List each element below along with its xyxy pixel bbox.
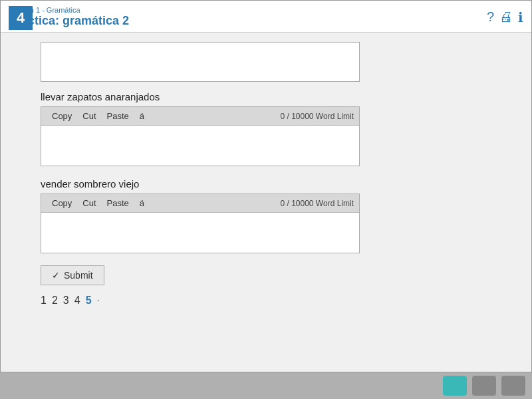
editor1-area[interactable] [41,126,359,166]
header-icons: ? 🖨 ℹ [487,9,523,25]
page-4[interactable]: 4 [74,295,80,307]
page-3[interactable]: 3 [63,295,69,307]
cut1-button[interactable]: Cut [77,110,101,122]
scroll-content[interactable]: llevar zapatos anaranjados Copy Cut Past… [1,33,531,364]
print-icon[interactable]: 🖨 [499,9,513,25]
editor2-toolbar: Copy Cut Paste á 0 / 10000 Word Limit [41,194,359,213]
paste1-button[interactable]: Paste [102,110,134,122]
content-area: llevar zapatos anaranjados Copy Cut Past… [1,33,531,364]
header-left: 4 Lección 1 - Gramática Práctica: gramát… [9,6,129,28]
submit-label: Submit [64,270,93,281]
editor2-container: Copy Cut Paste á 0 / 10000 Word Limit [41,194,360,253]
submit-button[interactable]: ✓ Submit [41,265,104,285]
header: 4 Lección 1 - Gramática Práctica: gramát… [1,1,531,33]
book-icon[interactable] [501,376,525,396]
prompt2-text: vender sombrero viejo [41,178,518,190]
copy1-button[interactable]: Copy [47,110,77,122]
page-1[interactable]: 1 [41,295,47,307]
info-icon[interactable]: ℹ [518,9,523,25]
pagination: 1 2 3 4 5 · [41,295,518,313]
help-icon[interactable]: ? [487,9,494,25]
top-input-box [41,42,360,82]
accent1-button[interactable]: á [134,110,150,122]
editor2-area[interactable] [41,213,359,253]
editor1-container: Copy Cut Paste á 0 / 10000 Word Limit [41,106,360,166]
pagination-dots: · [97,295,100,307]
cut2-button[interactable]: Cut [77,197,101,209]
page-5[interactable]: 5 [86,295,92,307]
editor1-toolbar: Copy Cut Paste á 0 / 10000 Word Limit [41,107,359,126]
paste2-button[interactable]: Paste [102,197,134,209]
document-icon[interactable] [472,376,496,396]
bottom-bar [0,372,532,399]
prompt1-text: llevar zapatos anaranjados [41,91,518,102]
accent2-button[interactable]: á [134,197,150,209]
word-limit2: 0 / 10000 Word Limit [280,199,354,208]
number-badge: 4 [9,6,33,30]
checkmark-icon: ✓ [52,270,60,281]
bottom-right-icons [443,376,525,396]
gamepad-icon[interactable] [443,376,467,396]
copy2-button[interactable]: Copy [47,197,77,209]
word-limit1: 0 / 10000 Word Limit [280,112,354,121]
page-2[interactable]: 2 [52,295,58,307]
